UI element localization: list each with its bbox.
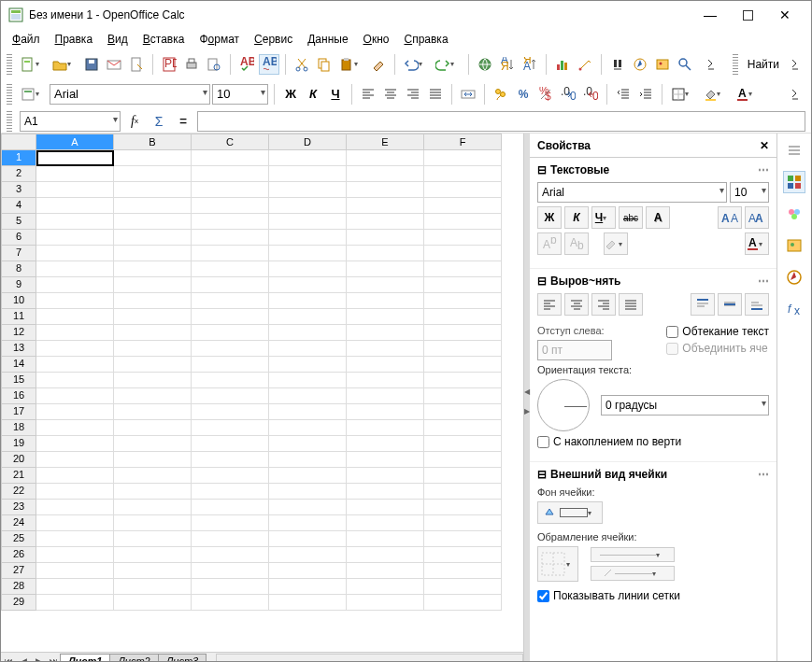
paste-button[interactable]: ▾ (336, 54, 366, 75)
menu-tools[interactable]: Сервис (249, 30, 298, 49)
horizontal-scrollbar[interactable] (216, 654, 523, 663)
panel-superscript-button[interactable]: Ab (537, 232, 562, 255)
row-header[interactable]: 1 (1, 150, 36, 166)
collapse-icon[interactable]: ⊟ (537, 275, 547, 288)
cell[interactable] (269, 404, 347, 420)
cell[interactable] (269, 579, 347, 595)
decrease-indent-button[interactable] (613, 84, 634, 105)
sort-desc-button[interactable]: ЯA (520, 54, 540, 75)
cell[interactable] (424, 150, 502, 166)
close-button[interactable]: ✕ (766, 2, 804, 28)
percent-button[interactable]: % (513, 84, 534, 105)
cell[interactable] (114, 373, 192, 388)
cell[interactable] (36, 182, 114, 198)
cell[interactable] (192, 341, 269, 357)
cell[interactable] (114, 214, 192, 230)
cell[interactable] (114, 388, 192, 404)
row-header[interactable]: 23 (1, 500, 36, 515)
cell[interactable] (269, 531, 347, 547)
panel-grow-font-button[interactable]: AA (718, 206, 742, 229)
row-header[interactable]: 14 (1, 357, 36, 373)
cell[interactable] (269, 261, 347, 277)
cell[interactable] (36, 484, 114, 500)
cell[interactable] (114, 595, 192, 611)
formula-grip[interactable] (7, 111, 12, 132)
panel-bold-button[interactable]: Ж (537, 206, 562, 229)
cell[interactable] (424, 214, 502, 230)
cell[interactable] (269, 373, 347, 388)
cell[interactable] (36, 500, 114, 515)
cell[interactable] (114, 261, 192, 277)
font-name-select[interactable] (50, 84, 210, 105)
align-center-button[interactable] (380, 84, 401, 105)
bg-color-button[interactable]: ▾ (700, 84, 730, 105)
col-header[interactable]: A (36, 134, 114, 150)
cell[interactable] (114, 436, 192, 452)
toolbar-grip[interactable] (7, 84, 12, 105)
cell-reference-input[interactable] (20, 111, 121, 132)
col-header[interactable]: B (114, 134, 192, 150)
select-all-corner[interactable] (1, 134, 36, 150)
cell[interactable] (192, 404, 269, 420)
panel-align-center-button[interactable] (564, 293, 589, 316)
panel-subscript-button[interactable]: Ab (564, 232, 589, 255)
row-header[interactable]: 10 (1, 293, 36, 309)
cell[interactable] (347, 373, 424, 388)
sidebar-close-button[interactable]: ✕ (760, 139, 769, 152)
cell[interactable] (347, 579, 424, 595)
sidebar-properties-icon[interactable] (783, 171, 805, 193)
menu-window[interactable]: Окно (358, 30, 395, 49)
cell[interactable] (347, 150, 424, 166)
section-menu-button[interactable]: ⋯ (758, 468, 769, 481)
cell[interactable] (347, 515, 424, 531)
cell[interactable] (36, 595, 114, 611)
cell[interactable] (114, 325, 192, 341)
cell[interactable] (36, 579, 114, 595)
cell[interactable] (114, 452, 192, 468)
cell[interactable] (192, 198, 269, 214)
cell[interactable] (424, 277, 502, 293)
col-header[interactable]: F (424, 134, 502, 150)
cell[interactable] (424, 309, 502, 325)
cell[interactable] (114, 468, 192, 484)
cell[interactable] (269, 182, 347, 198)
cell[interactable] (269, 325, 347, 341)
cell[interactable] (114, 293, 192, 309)
cell[interactable] (269, 150, 347, 166)
cell[interactable] (347, 452, 424, 468)
cell[interactable] (424, 261, 502, 277)
menu-view[interactable]: Вид (102, 30, 134, 49)
email-button[interactable] (104, 54, 124, 75)
cell[interactable] (192, 468, 269, 484)
toolbar-more-button[interactable] (701, 54, 721, 75)
redo-button[interactable]: ▾ (433, 54, 463, 75)
cell[interactable] (424, 563, 502, 579)
border-style-picker[interactable]: ▾ (591, 547, 675, 562)
underline-button[interactable]: Ч (325, 84, 346, 105)
row-header[interactable]: 12 (1, 325, 36, 341)
cell[interactable] (347, 309, 424, 325)
menu-format[interactable]: Формат (193, 30, 245, 49)
cell[interactable] (424, 293, 502, 309)
cell[interactable] (347, 420, 424, 436)
cell[interactable] (192, 293, 269, 309)
cell[interactable] (192, 547, 269, 563)
borders-button[interactable]: ▾ (668, 84, 698, 105)
cell[interactable] (36, 277, 114, 293)
cell[interactable] (36, 198, 114, 214)
row-header[interactable]: 24 (1, 515, 36, 531)
cell[interactable] (347, 214, 424, 230)
edit-doc-button[interactable] (126, 54, 147, 75)
row-header[interactable]: 21 (1, 468, 36, 484)
cell[interactable] (269, 198, 347, 214)
cell[interactable] (36, 309, 114, 325)
add-decimal-button[interactable]: .00 (558, 84, 578, 105)
cell[interactable] (192, 515, 269, 531)
cell[interactable] (192, 357, 269, 373)
cell[interactable] (114, 500, 192, 515)
cell[interactable] (36, 325, 114, 341)
cell[interactable] (269, 436, 347, 452)
cell[interactable] (192, 388, 269, 404)
row-header[interactable]: 7 (1, 246, 36, 261)
cell[interactable] (424, 436, 502, 452)
